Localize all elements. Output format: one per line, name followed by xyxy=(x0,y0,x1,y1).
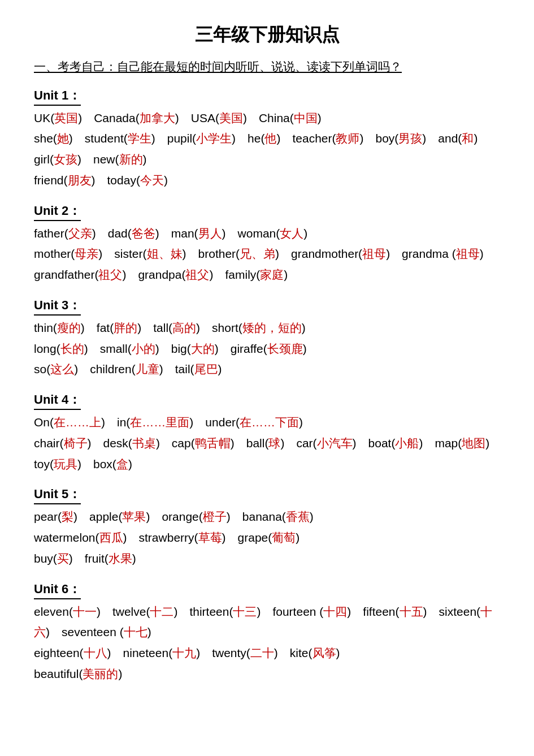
unit-section-unit3: Unit 3：thin(瘦的) fat(胖的) tall(高的) short(矮… xyxy=(34,289,500,380)
unit-header-unit1: Unit 1： xyxy=(34,87,81,106)
unit-header-unit6: Unit 6： xyxy=(34,581,81,599)
page-title: 三年级下册知识点 xyxy=(34,23,500,47)
unit-content-unit6: eleven(十一) twelve(十二) thirteen(十三) fourt… xyxy=(34,602,500,685)
unit-content-unit5: pear(梨) apple(苹果) orange(橙子) banana(香蕉)w… xyxy=(34,507,500,569)
unit-content-unit1: UK(英国) Canada(加拿大) USA(美国) China(中国)she(… xyxy=(34,108,500,191)
unit-section-unit4: Unit 4：On(在……上) in(在……里面) under(在……下面)ch… xyxy=(34,383,500,474)
unit-section-unit2: Unit 2：father(父亲) dad(爸爸) man(男人) woman(… xyxy=(34,195,500,286)
unit-content-unit3: thin(瘦的) fat(胖的) tall(高的) short(矮的，短的)lo… xyxy=(34,318,500,380)
unit-content-unit2: father(父亲) dad(爸爸) man(男人) woman(女人)moth… xyxy=(34,223,500,286)
unit-section-unit6: Unit 6：eleven(十一) twelve(十二) thirteen(十三… xyxy=(34,573,500,685)
intro-text: 一、考考自己：自己能在最短的时间内听听、说说、读读下列单词吗？ xyxy=(34,58,500,77)
unit-header-unit5: Unit 5： xyxy=(34,486,81,504)
unit-header-unit3: Unit 3： xyxy=(34,297,81,316)
unit-header-unit4: Unit 4： xyxy=(34,391,81,410)
unit-section-unit5: Unit 5：pear(梨) apple(苹果) orange(橙子) bana… xyxy=(34,478,500,569)
unit-content-unit4: On(在……上) in(在……里面) under(在……下面)chair(椅子)… xyxy=(34,412,500,474)
unit-section-unit1: Unit 1：UK(英国) Canada(加拿大) USA(美国) China(… xyxy=(34,79,500,191)
unit-header-unit2: Unit 2： xyxy=(34,202,81,221)
